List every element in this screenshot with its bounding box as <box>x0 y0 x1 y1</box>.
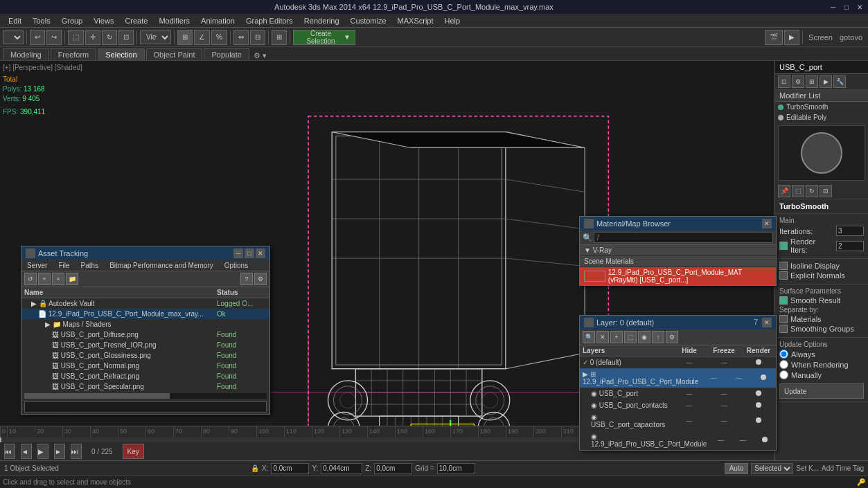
asset-menu-file[interactable]: File <box>53 260 75 271</box>
rotate-icon[interactable]: ↻ <box>806 185 818 197</box>
tab-object-paint[interactable]: Object Paint <box>146 48 203 60</box>
percent-snap[interactable]: % <box>211 30 227 45</box>
panel-icon-utilities[interactable]: 🔧 <box>833 75 846 88</box>
modifier-turbsmooth[interactable]: TurboSmooth <box>775 102 868 112</box>
maximize-button[interactable]: □ <box>841 2 852 13</box>
undo-button[interactable]: ↩ <box>30 30 45 45</box>
layer-add-btn[interactable]: + <box>610 331 623 343</box>
scale-icon[interactable]: ⊡ <box>820 185 832 197</box>
layer-row-capacitors[interactable]: ◉ USB_C_port_capacitors — — <box>580 411 776 431</box>
rotate-button[interactable]: ↻ <box>102 30 117 45</box>
layer-row-ipad[interactable]: ▶ ⊞ 12.9_iPad_Pro_USB_C_Port_Module — — <box>580 368 776 388</box>
asset-maximize-btn[interactable]: □ <box>245 248 254 258</box>
layer-search-btn[interactable]: 🔍 <box>583 331 595 343</box>
asset-row-specular[interactable]: 🖼 USB_C_port_Specular.png Found <box>21 381 269 392</box>
materials-check[interactable] <box>779 315 788 323</box>
next-frame-btn[interactable]: ► <box>54 444 65 459</box>
layer-row-contacts[interactable]: ◉ USB_C_port_contacts — — <box>580 399 776 411</box>
render-iters-check[interactable] <box>779 242 788 250</box>
menu-maxscript[interactable]: MAXScript <box>392 15 439 26</box>
goto-start-btn[interactable]: ⏮ <box>4 444 15 459</box>
select-button[interactable]: ⬚ <box>68 30 84 45</box>
titlebar-controls[interactable]: ─ □ ✕ <box>828 1 865 13</box>
grid-input[interactable] <box>437 463 475 474</box>
menu-tools[interactable]: Tools <box>27 15 56 26</box>
asset-row-normal[interactable]: 🖼 USB_C_port_Normal.png Found <box>21 361 269 371</box>
asset-settings-btn[interactable]: ⚙ <box>254 273 267 285</box>
layer-settings-btn[interactable]: ⚙ <box>666 331 678 343</box>
smoothing-groups-check[interactable] <box>779 325 788 333</box>
close-button[interactable]: ✕ <box>854 2 865 13</box>
angle-snap[interactable]: ∠ <box>194 30 210 45</box>
mirror-button[interactable]: ⇔ <box>233 30 249 45</box>
play-btn[interactable]: ▶ <box>37 444 48 459</box>
layer-select-btn[interactable]: ⬚ <box>624 331 637 343</box>
modifier-editable-poly[interactable]: Editable Poly <box>775 112 868 123</box>
asset-menu-paths[interactable]: Paths <box>76 260 105 271</box>
selection-mode-dropdown[interactable]: Selected <box>751 463 793 474</box>
menu-views[interactable]: Views <box>88 15 119 26</box>
select-dropdown[interactable]: All <box>3 30 24 44</box>
tab-extras[interactable]: ⚙ ▾ <box>254 51 267 60</box>
asset-panel-titlebar[interactable]: Asset Tracking ─ □ ✕ <box>21 246 269 260</box>
asset-row-maps[interactable]: ▶ 📁 Maps / Shaders <box>21 319 269 329</box>
layer-delete-btn[interactable]: ✕ <box>596 331 609 343</box>
panel-icon-modifier[interactable]: ⚙ <box>792 75 804 88</box>
render-iters-input[interactable] <box>836 241 864 251</box>
move-button[interactable]: ✛ <box>85 30 100 45</box>
iterations-input[interactable] <box>836 226 864 236</box>
z-coord-input[interactable] <box>374 463 412 474</box>
smooth-result-check[interactable] <box>779 296 788 305</box>
explicit-check[interactable] <box>779 271 788 280</box>
when-rendering-radio[interactable] <box>779 360 788 369</box>
menu-customize[interactable]: Customize <box>345 15 392 26</box>
snap-toggle[interactable]: ⊞ <box>177 30 193 45</box>
asset-folder-btn[interactable]: 📁 <box>66 273 78 285</box>
panel-icon-display[interactable]: ⊡ <box>778 75 790 88</box>
align-button[interactable]: ⊟ <box>250 30 265 45</box>
scene-materials-section[interactable]: Scene Materials <box>580 256 776 266</box>
layer-obj-btn[interactable]: ◉ <box>638 331 650 343</box>
asset-row-maxfile[interactable]: 📄 12.9_iPad_Pro_USB_C_Port_Module_max_vr… <box>21 309 269 319</box>
layer-panel-titlebar[interactable]: Layer: 0 (default) 7 ✕ <box>580 316 776 329</box>
material-filter-input[interactable] <box>594 232 773 243</box>
tab-modeling[interactable]: Modeling <box>3 48 49 60</box>
asset-refresh-btn[interactable]: ↺ <box>24 273 37 285</box>
vray-section[interactable]: ▼ V-Ray <box>580 245 776 255</box>
tab-selection[interactable]: Selection <box>98 48 144 60</box>
layer-row-module2[interactable]: ◉ 12.9_iPad_Pro_USB_C_Port_Module — — <box>580 431 776 450</box>
mat-item-usbc[interactable]: 12.9_iPad_Pro_USB_C_Port_Module_MAT (vRa… <box>580 267 776 285</box>
layer-row-usbc[interactable]: ◉ USB_C_port — — <box>580 388 776 399</box>
layer-close-btn[interactable]: ✕ <box>762 318 772 327</box>
asset-scrollthumb[interactable] <box>24 393 170 399</box>
create-selection-btn[interactable]: Create Selection ▼ <box>293 30 355 45</box>
asset-menu-bitmap[interactable]: Bitmap Performance and Memory <box>104 260 219 271</box>
asset-row-vault[interactable]: ▶ 🔒 Autodesk Vault Logged O... <box>21 298 269 309</box>
asset-help-btn[interactable]: ? <box>240 273 253 285</box>
render-scene[interactable]: 🎬 <box>765 30 783 45</box>
material-close-btn[interactable]: ✕ <box>762 219 772 228</box>
asset-close-btn[interactable]: ✕ <box>256 248 265 258</box>
asset-remove-btn[interactable]: × <box>52 273 64 285</box>
minimize-button[interactable]: ─ <box>828 2 839 13</box>
select-icon[interactable]: ⬚ <box>792 185 804 197</box>
material-panel-titlebar[interactable]: Material/Map Browser ✕ <box>580 217 776 231</box>
panel-icon-hierarchy[interactable]: ⊞ <box>806 75 818 88</box>
menu-animation[interactable]: Animation <box>195 15 240 26</box>
asset-menu-options[interactable]: Options <box>219 260 254 271</box>
menu-graph-editors[interactable]: Graph Editors <box>240 15 299 26</box>
asset-row-fresnel[interactable]: 🖼 USB_C_port_Fresnel_IOR.png Found <box>21 340 269 350</box>
menu-edit[interactable]: Edit <box>3 15 27 26</box>
asset-search-input[interactable] <box>24 401 267 413</box>
asset-minimize-btn[interactable]: ─ <box>233 248 243 258</box>
y-coord-input[interactable] <box>321 463 362 474</box>
asset-row-refract[interactable]: 🖼 USB_C_port_Refract.png Found <box>21 371 269 381</box>
menu-modifiers[interactable]: Modifiers <box>153 15 195 26</box>
asset-add-btn[interactable]: + <box>38 273 51 285</box>
layer-manager[interactable]: ⊞ <box>272 30 287 45</box>
view-dropdown[interactable]: View <box>140 30 171 44</box>
asset-row-gloss[interactable]: 🖼 USB_C_port_Glossiness.png Found <box>21 350 269 361</box>
update-button[interactable]: Update <box>779 383 864 399</box>
layer-move-btn[interactable]: ↑ <box>652 331 664 343</box>
menu-group[interactable]: Group <box>56 15 89 26</box>
